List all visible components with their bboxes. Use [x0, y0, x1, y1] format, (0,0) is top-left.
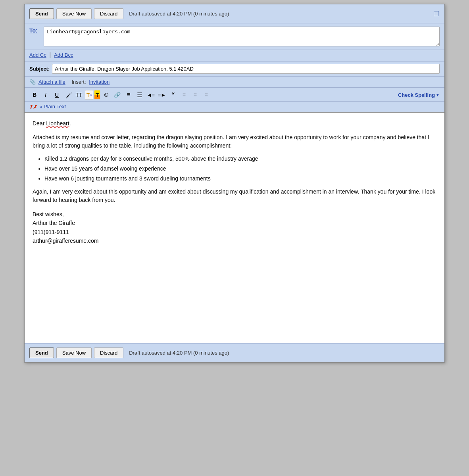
font-style-button[interactable]: 𝒻: [63, 90, 73, 100]
email-signature: Best wishes, Arthur the Giraffe (911)911…: [33, 210, 436, 246]
sig-line-4: arthur@girafferesume.com: [33, 236, 436, 245]
highlight-button[interactable]: T: [94, 90, 100, 100]
sig-line-3: (911)911-9111: [33, 228, 436, 236]
cc-bcc-row: Add Cc | Add Bcc: [25, 50, 444, 61]
ordered-list-button[interactable]: ≡: [123, 90, 134, 100]
bullet-item-2: Have over 15 years of damsel wooing expe…: [44, 165, 436, 173]
accomplishments-list: Killed 1.2 dragons per day for 3 consecu…: [44, 155, 436, 183]
recipient-name: Lionheart: [46, 120, 69, 127]
subject-input[interactable]: [52, 64, 440, 74]
autosave-text-top: Draft autosaved at 4:20 PM (0 minutes ag…: [129, 11, 229, 17]
bullet-item-3: Have won 6 jousting tournaments and 3 sw…: [44, 175, 436, 183]
to-label[interactable]: To:: [29, 27, 41, 34]
align-left-button[interactable]: ≡: [179, 90, 189, 100]
align-right-button[interactable]: ≡: [201, 90, 211, 100]
align-center-button[interactable]: ≡: [190, 90, 200, 100]
email-greeting: Dear Lionheart.: [33, 119, 436, 128]
underline-button[interactable]: U: [52, 90, 62, 100]
autosave-text-bottom: Draft autosaved at 4:20 PM (0 minutes ag…: [129, 350, 229, 356]
font-color-button[interactable]: Ta: [85, 90, 93, 100]
email-body[interactable]: Dear Lionheart. Attached is my resume an…: [25, 113, 444, 343]
add-cc-link[interactable]: Add Cc: [29, 52, 46, 58]
add-bcc-link[interactable]: Add Bcc: [54, 52, 73, 58]
email-paragraph1: Attached is my resume and cover letter, …: [33, 133, 436, 150]
link-button[interactable]: 🔗: [112, 90, 123, 100]
sig-line-2: Arthur the Giraffe: [33, 219, 436, 227]
to-row: To: Lionheart@gragonslayers.com: [25, 23, 444, 50]
email-paragraph2: Again, I am very excited about this oppo…: [33, 188, 436, 204]
unordered-list-button[interactable]: ☰: [135, 90, 145, 100]
compose-window: Send Save Now Discard Draft autosaved at…: [24, 4, 445, 363]
insert-label: Insert:: [71, 79, 86, 85]
discard-button-bottom[interactable]: Discard: [94, 347, 123, 358]
smiley-button[interactable]: ☺: [101, 90, 111, 100]
blockquote-button[interactable]: “: [168, 90, 178, 100]
plain-text-row: T✗ « Plain Text: [25, 102, 444, 113]
paperclip-icon: 📎: [29, 79, 36, 85]
italic-button[interactable]: I: [40, 90, 51, 100]
save-now-button-bottom[interactable]: Save Now: [56, 347, 92, 358]
indent-less-button[interactable]: ◄≡: [146, 90, 156, 100]
top-toolbar: Send Save Now Discard Draft autosaved at…: [25, 4, 444, 23]
format-toolbar: B I U 𝒻 TT Ta T ☺ 🔗 ≡ ☰ ◄≡ ≡► “ ≡ ≡ ≡ Ch…: [25, 88, 444, 102]
invitation-link[interactable]: Invitation: [89, 79, 110, 85]
bottom-toolbar: Send Save Now Discard Draft autosaved at…: [25, 343, 444, 362]
indent-more-button[interactable]: ≡►: [157, 90, 167, 100]
bullet-item-1: Killed 1.2 dragons per day for 3 consecu…: [44, 155, 436, 163]
to-input[interactable]: Lionheart@gragonslayers.com: [44, 27, 440, 46]
cc-bcc-separator: |: [50, 52, 51, 58]
check-spelling-button[interactable]: Check Spelling ▼: [398, 92, 440, 98]
expand-icon[interactable]: ❐: [433, 10, 440, 18]
sig-line-1: Best wishes,: [33, 210, 436, 219]
attach-file-link[interactable]: Attach a file: [38, 79, 65, 85]
attach-row: 📎 Attach a file Insert: Invitation: [25, 77, 444, 88]
strikethrough-button[interactable]: TT: [74, 90, 84, 100]
send-button-top[interactable]: Send: [29, 8, 54, 19]
plain-text-link[interactable]: « Plain Text: [39, 104, 66, 109]
subject-row: Subject:: [25, 61, 444, 77]
save-now-button-top[interactable]: Save Now: [56, 8, 92, 19]
bold-button[interactable]: B: [29, 90, 40, 100]
send-button-bottom[interactable]: Send: [29, 347, 54, 358]
discard-button-top[interactable]: Discard: [94, 8, 123, 19]
subject-label: Subject:: [29, 66, 50, 72]
remove-formatting-icon: T✗: [29, 103, 37, 110]
